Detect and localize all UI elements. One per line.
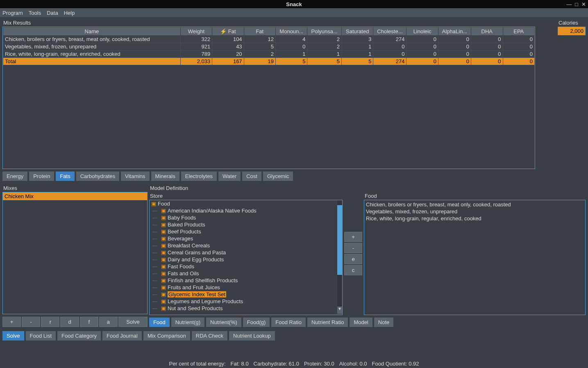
tree-item[interactable]: ▣Dairy and Egg Products [150,256,342,263]
food-item[interactable]: Rice, white, long-grain, regular, enrich… [366,215,583,222]
tree-item[interactable]: ▣Cereal Grains and Pasta [150,249,342,256]
mix-col-header[interactable]: ⚡ Fat [212,27,244,36]
menu-program[interactable]: Program [2,10,23,16]
mix-col-header[interactable]: Weight [180,27,212,36]
mix-col-header[interactable]: Polyunsa... [307,27,342,36]
tree-item[interactable]: ▣Legumes and Legume Products [150,298,342,305]
model-tab-model[interactable]: Model [350,318,372,327]
mix-col-header[interactable]: Choleste... [373,27,406,36]
tree-scrollbar[interactable]: ▼ [337,200,342,306]
bottom-tab-food-journal[interactable]: Food Journal [102,331,142,341]
mix-button-f[interactable]: f [80,317,98,327]
mix-col-header[interactable]: DHA [471,27,503,36]
mix-cell: 5 [244,43,275,50]
tree-item[interactable]: ▣American Indian/Alaska Native Foods [150,207,342,214]
mix-col-header[interactable]: Fat [244,27,275,36]
tree-item[interactable]: ▣Fast Foods [150,263,342,270]
tree-item[interactable]: ▣Nut and Seed Products [150,305,342,312]
mix-col-header[interactable]: Saturated [341,27,373,36]
bottom-tab-mix-comparison[interactable]: Mix Comparison [143,331,190,341]
store-tree[interactable]: Food▣American Indian/Alaska Native Foods… [149,200,343,315]
folder-icon: ▣ [161,284,166,290]
bottom-tab-food-category[interactable]: Food Category [57,331,101,341]
nutrient-tab-minerals[interactable]: Minerals [151,171,179,181]
tree-item[interactable]: ▣Baby Foods [150,214,342,221]
nutrient-tab-electrolytes[interactable]: Electrolytes [181,171,217,181]
nutrient-tab-protein[interactable]: Protein [29,171,54,181]
mix-button-+[interactable]: + [2,317,21,327]
transfer-button-add[interactable]: + [344,232,362,242]
close-icon[interactable]: ✕ [581,1,586,7]
menu-tools[interactable]: Tools [29,10,41,16]
mix-row[interactable]: Rice, white, long-grain, regular, enrich… [3,50,535,58]
mix-button-solve[interactable]: Solve [118,317,148,327]
mixes-list[interactable]: Chicken Mix [2,192,148,314]
nutrient-tab-vitamins[interactable]: Vitamins [121,171,150,181]
mix-cell: 322 [180,36,212,43]
menu-help[interactable]: Help [64,10,75,16]
calories-value[interactable]: 2,000 [558,27,586,35]
tree-item-label: Finfish and Shellfish Products [168,277,238,283]
model-tab-nutrientratio[interactable]: Nutrient Ratio [307,318,348,327]
mix-cell: 0 [503,43,534,50]
minimize-icon[interactable]: — [566,1,572,7]
model-tab-food[interactable]: Food [149,318,170,327]
mix-col-header[interactable]: Monoun... [276,27,307,36]
tree-item[interactable]: ▣Baked Products [150,221,342,228]
transfer-button-e[interactable]: e [344,254,362,264]
status-fq: Food Quotient: 0.92 [372,361,419,367]
transfer-button-remove[interactable]: - [344,243,362,253]
model-tab-note[interactable]: Note [374,318,393,327]
tree-item[interactable]: ▣Beef Products [150,228,342,235]
mix-item[interactable]: Chicken Mix [3,192,147,200]
folder-icon: ▣ [161,263,166,270]
mix-row[interactable]: Vegetables, mixed, frozen, unprepared921… [3,43,535,50]
scroll-down-icon[interactable]: ▼ [337,306,342,314]
tree-item[interactable]: ▣Finfish and Shellfish Products [150,277,342,284]
tree-root[interactable]: Food [150,200,342,207]
model-tab-foodg[interactable]: Food(g) [243,318,270,327]
mix-cell: 0 [438,50,471,58]
tree-item[interactable]: ▣Glycemic Index Test Set [150,291,342,298]
folder-icon: ▣ [161,249,166,256]
mix-total-row[interactable]: Total2,033167195552740000 [3,58,535,65]
mixes-label: Mixes [2,184,148,192]
mix-col-header[interactable]: AlphaLin... [438,27,471,36]
transfer-button-c[interactable]: c [344,265,362,275]
mix-button-d[interactable]: d [60,317,79,327]
food-item[interactable]: Vegetables, mixed, frozen, unprepared [366,208,583,215]
mix-button-r[interactable]: r [41,317,59,327]
mix-cell: 0 [471,36,503,43]
nutrient-tab-water[interactable]: Water [218,171,241,181]
bottom-tab-food-list[interactable]: Food List [26,331,56,341]
bottom-tab-solve[interactable]: Solve [2,331,24,341]
nutrient-tab-fats[interactable]: Fats [56,171,74,181]
tree-item[interactable]: ▣Fats and Oils [150,270,342,277]
food-item[interactable]: Chicken, broilers or fryers, breast, mea… [366,201,583,208]
bottom-tab-rda-check[interactable]: RDA Check [192,331,227,341]
tree-item[interactable]: ▣Fruits and Fruit Juices [150,284,342,291]
bottom-tab-nutrient-lookup[interactable]: Nutrient Lookup [229,331,275,341]
nutrient-tab-cost[interactable]: Cost [242,171,261,181]
mix-col-header[interactable]: Linoleic [406,27,438,36]
nutrient-tab-energy[interactable]: Energy [2,171,27,181]
scrollbar-thumb[interactable] [337,205,342,275]
mix-cell: 274 [373,58,406,65]
mix-button-a[interactable]: a [99,317,118,327]
tree-item[interactable]: ▣Breakfast Cereals [150,242,342,249]
mix-cell: 274 [373,36,406,43]
mix-col-header[interactable]: Name [3,27,181,36]
mix-col-header[interactable]: EPA [503,27,534,36]
mix-button--[interactable]: - [22,317,40,327]
nutrient-tab-glycemic[interactable]: Glycemic [263,171,293,181]
maximize-icon[interactable]: □ [575,1,578,7]
nutrient-tab-carbohydrates[interactable]: Carbohydrates [76,171,119,181]
model-tab-nutrient[interactable]: Nutrient(%) [206,318,241,327]
mix-row[interactable]: Chicken, broilers or fryers, breast, mea… [3,36,535,43]
model-tab-foodratio[interactable]: Food Ratio [271,318,306,327]
menu-data[interactable]: Data [47,10,58,16]
tree-item[interactable]: ▣Beverages [150,235,342,242]
mix-results-panel: NameWeight⚡ FatFatMonoun...Polyunsa...Sa… [2,27,535,169]
model-tab-nutrientg[interactable]: Nutrient(g) [171,318,204,327]
food-list[interactable]: Chicken, broilers or fryers, breast, mea… [364,200,586,315]
